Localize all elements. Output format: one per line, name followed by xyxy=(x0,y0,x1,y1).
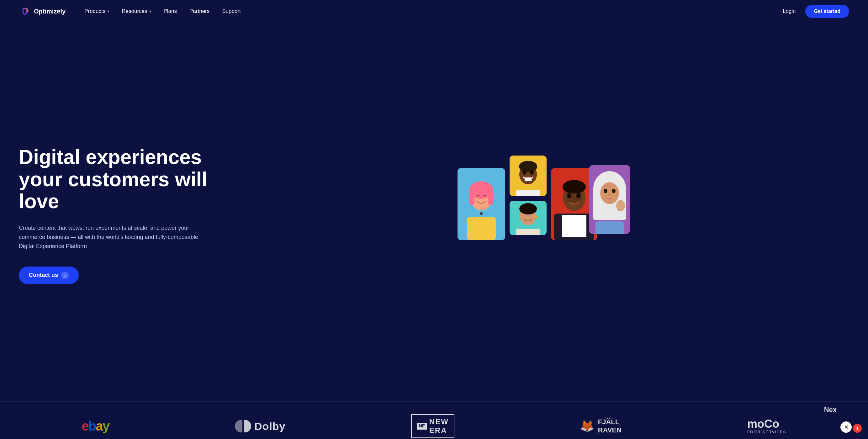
nav-partners[interactable]: Partners xyxy=(189,8,210,14)
svg-point-12 xyxy=(522,170,526,175)
hero-section: Digital experiences your customers will … xyxy=(0,23,868,401)
svg-rect-6 xyxy=(467,217,496,240)
ne-flag: NE xyxy=(417,423,427,429)
svg-rect-11 xyxy=(525,178,531,181)
contact-us-button[interactable]: Contact us › xyxy=(19,266,79,284)
fjallraven-logo: 🦊 FJÄLLRAVEN xyxy=(580,418,622,435)
new-era-logo: NE NEWERA xyxy=(411,414,454,438)
logo-text: Optimizely xyxy=(34,8,66,15)
notification-badge[interactable]: 1 xyxy=(853,424,862,433)
nav-plans[interactable]: Plans xyxy=(164,8,177,14)
svg-point-34 xyxy=(608,194,611,196)
new-era-flag: NE NEWERA xyxy=(417,417,448,435)
hero-images xyxy=(238,149,849,281)
svg-point-27 xyxy=(577,193,581,198)
logos-section: ebay Dolby NE NEWERA 🦊 FJÄLLRAVEN moCo F… xyxy=(0,401,868,439)
nav-right: Login Get started xyxy=(783,5,849,18)
hero-image-2 xyxy=(509,156,547,196)
products-chevron-icon: ▾ xyxy=(107,9,109,13)
dolby-icon-right xyxy=(244,420,251,432)
close-button[interactable]: ✕ xyxy=(840,421,852,433)
new-era-text: NEWERA xyxy=(429,417,449,435)
fjallraven-text: FJÄLLRAVEN xyxy=(598,418,622,435)
svg-point-0 xyxy=(20,6,30,17)
svg-rect-5 xyxy=(488,189,493,205)
nav-support[interactable]: Support xyxy=(222,8,241,14)
nav-links: Products ▾ Resources ▾ Plans Partners Su… xyxy=(84,8,783,14)
navigation: Optimizely Products ▾ Resources ▾ Plans … xyxy=(0,0,868,23)
svg-point-7 xyxy=(480,212,483,215)
fjallraven-icon: 🦊 xyxy=(580,419,594,433)
svg-rect-19 xyxy=(516,229,540,235)
get-started-button[interactable]: Get started xyxy=(805,5,849,18)
hero-image-3 xyxy=(509,201,547,235)
ebay-logo-text: ebay xyxy=(82,419,109,434)
nex-text: Nex xyxy=(824,406,837,414)
svg-rect-36 xyxy=(595,221,624,234)
nav-products[interactable]: Products ▾ xyxy=(84,8,109,14)
svg-rect-22 xyxy=(562,215,586,237)
svg-point-31 xyxy=(600,182,619,204)
hero-content: Digital experiences your customers will … xyxy=(19,146,238,284)
hero-title: Digital experiences your customers will … xyxy=(19,146,238,212)
svg-point-32 xyxy=(603,189,608,193)
svg-point-24 xyxy=(563,180,586,194)
dolby-logo: Dolby xyxy=(235,420,285,432)
logo-link[interactable]: Optimizely xyxy=(19,5,66,17)
moco-logo: moCo FOOD SERVICES xyxy=(747,418,786,434)
arrow-icon: › xyxy=(61,272,69,279)
hero-image-5 xyxy=(589,165,630,234)
hero-description: Create content that wows, run experiment… xyxy=(19,224,201,251)
svg-point-18 xyxy=(535,215,538,219)
svg-rect-4 xyxy=(469,189,474,205)
svg-point-26 xyxy=(567,193,571,198)
svg-point-33 xyxy=(612,189,616,193)
svg-point-13 xyxy=(530,170,534,175)
login-link[interactable]: Login xyxy=(783,8,796,14)
dolby-icon-left xyxy=(235,420,242,432)
resources-chevron-icon: ▾ xyxy=(149,9,151,13)
svg-rect-14 xyxy=(516,190,540,196)
close-icon: ✕ xyxy=(844,424,848,430)
new-era-box: NE NEWERA xyxy=(411,414,454,438)
optimizely-logo-icon xyxy=(19,5,31,17)
image-collage xyxy=(458,156,630,275)
hero-image-1 xyxy=(458,168,505,240)
svg-point-10 xyxy=(519,161,537,172)
moco-text: moCo FOOD SERVICES xyxy=(747,418,786,434)
dolby-text: Dolby xyxy=(254,420,285,432)
ebay-logo: ebay xyxy=(82,419,109,434)
svg-point-35 xyxy=(616,200,625,211)
nav-resources[interactable]: Resources ▾ xyxy=(122,8,151,14)
svg-point-17 xyxy=(519,203,537,215)
